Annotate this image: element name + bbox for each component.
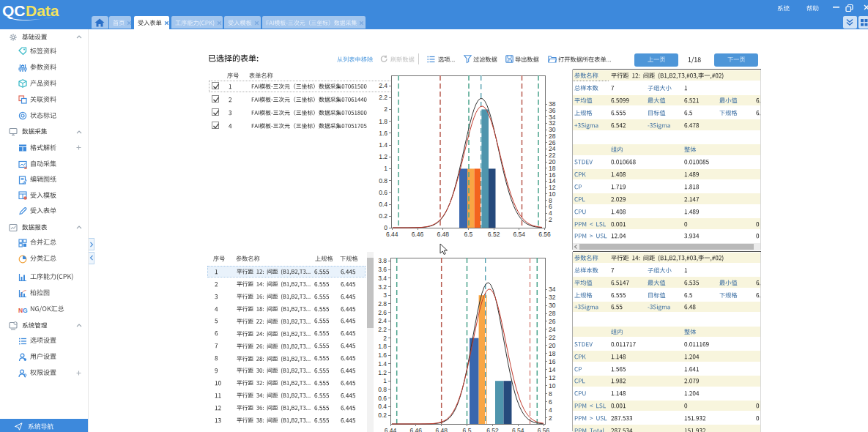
- svg-text:4: 4: [549, 406, 552, 414]
- svg-text:16: 16: [549, 358, 556, 365]
- svg-text:22: 22: [549, 152, 556, 159]
- svg-text:1.6: 1.6: [378, 351, 387, 359]
- svg-text:1.2: 1.2: [378, 369, 387, 376]
- svg-text:24: 24: [549, 326, 556, 333]
- svg-text:6.54: 6.54: [513, 231, 526, 238]
- svg-text:6.52: 6.52: [486, 427, 499, 432]
- svg-text:6: 6: [549, 398, 552, 406]
- svg-text:6.46: 6.46: [412, 231, 424, 238]
- svg-text:28: 28: [549, 133, 556, 140]
- svg-text:6.52: 6.52: [488, 231, 500, 238]
- svg-text:6.5: 6.5: [463, 427, 472, 432]
- svg-text:30: 30: [549, 126, 556, 133]
- svg-text:1.4: 1.4: [378, 360, 387, 368]
- svg-text:18: 18: [549, 350, 556, 357]
- svg-text:26: 26: [549, 318, 556, 325]
- svg-text:QC: QC: [2, 2, 26, 19]
- svg-text:32: 32: [549, 119, 556, 127]
- svg-text:10: 10: [549, 190, 556, 198]
- svg-text:6.5: 6.5: [464, 231, 472, 238]
- svg-text:14: 14: [549, 177, 556, 185]
- svg-text:30: 30: [549, 302, 556, 309]
- svg-text:1.8: 1.8: [378, 343, 387, 350]
- svg-text:1.8: 1.8: [379, 118, 387, 125]
- svg-text:2.2: 2.2: [378, 326, 387, 333]
- svg-text:Data: Data: [26, 2, 59, 19]
- svg-text:4: 4: [549, 209, 552, 217]
- svg-text:6.56: 6.56: [538, 231, 551, 238]
- svg-text:0.4: 0.4: [378, 403, 387, 410]
- svg-text:14: 14: [549, 366, 556, 373]
- svg-text:3.6: 3.6: [378, 266, 387, 273]
- svg-text:8: 8: [549, 197, 552, 204]
- svg-text:6.48: 6.48: [437, 231, 449, 238]
- svg-text:8: 8: [549, 390, 552, 398]
- svg-text:28: 28: [549, 310, 556, 317]
- svg-text:20: 20: [549, 158, 556, 165]
- svg-text:0.8: 0.8: [378, 386, 387, 393]
- svg-text:2: 2: [383, 335, 387, 342]
- svg-text:2.6: 2.6: [378, 309, 387, 316]
- svg-text:1: 1: [384, 165, 387, 172]
- svg-text:20: 20: [549, 342, 556, 349]
- svg-text:10: 10: [549, 382, 556, 390]
- svg-text:12: 12: [549, 184, 556, 191]
- svg-text:2: 2: [384, 105, 387, 113]
- svg-text:3.8: 3.8: [378, 257, 387, 264]
- svg-text:6.48: 6.48: [435, 427, 448, 432]
- svg-text:24: 24: [549, 145, 556, 152]
- svg-text:26: 26: [549, 139, 556, 146]
- svg-text:12: 12: [549, 374, 556, 381]
- svg-text:6.44: 6.44: [386, 231, 398, 238]
- svg-text:36: 36: [549, 107, 556, 114]
- svg-text:34: 34: [549, 286, 556, 293]
- svg-text:34: 34: [549, 113, 556, 121]
- svg-text:2.4: 2.4: [379, 82, 387, 89]
- svg-text:0.2: 0.2: [378, 411, 387, 419]
- svg-text:1: 1: [383, 377, 387, 384]
- svg-text:3: 3: [383, 291, 387, 299]
- svg-text:0.6: 0.6: [379, 189, 387, 196]
- svg-text:0.6: 0.6: [378, 395, 387, 402]
- svg-text:38: 38: [549, 100, 556, 108]
- svg-text:2.8: 2.8: [378, 300, 387, 308]
- svg-text:0.8: 0.8: [379, 177, 387, 185]
- svg-text:3.4: 3.4: [378, 275, 387, 282]
- svg-text:2.4: 2.4: [378, 317, 387, 324]
- svg-text:2: 2: [549, 414, 552, 422]
- svg-text:0.4: 0.4: [379, 201, 387, 208]
- svg-text:1.2: 1.2: [379, 153, 387, 160]
- svg-text:1.6: 1.6: [379, 130, 387, 137]
- svg-text:32: 32: [549, 294, 556, 301]
- svg-text:18: 18: [549, 165, 556, 172]
- svg-text:6.44: 6.44: [385, 427, 397, 432]
- svg-text:G: G: [23, 306, 28, 313]
- svg-text:6.46: 6.46: [410, 427, 423, 432]
- svg-text:2: 2: [549, 216, 552, 223]
- svg-text:22: 22: [549, 334, 556, 341]
- svg-text:1.4: 1.4: [379, 141, 387, 149]
- svg-text:2.2: 2.2: [379, 94, 387, 101]
- svg-text:6: 6: [549, 203, 552, 210]
- svg-text:6.56: 6.56: [538, 427, 550, 432]
- svg-text:0.2: 0.2: [379, 212, 387, 220]
- svg-text:6.54: 6.54: [512, 427, 524, 432]
- svg-text:16: 16: [549, 171, 556, 179]
- svg-text:3.2: 3.2: [378, 283, 387, 291]
